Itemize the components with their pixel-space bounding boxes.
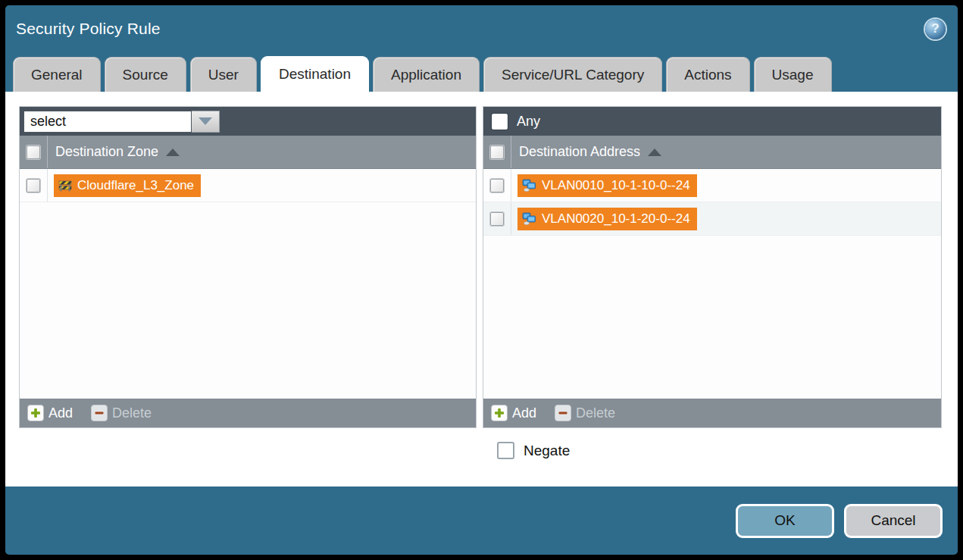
destination-zone-panel: Destination Zone bbox=[19, 106, 477, 428]
address-add-label: Add bbox=[512, 405, 536, 421]
destination-address-panel: Any Destination Address bbox=[483, 106, 942, 428]
address-row-checkbox-cell bbox=[483, 169, 511, 202]
address-list: VLAN0010_10-1-10-0--24 bbox=[483, 169, 941, 399]
ok-button[interactable]: OK bbox=[736, 504, 834, 538]
any-label: Any bbox=[517, 114, 540, 130]
address-select-all-cell bbox=[483, 136, 511, 168]
cancel-button[interactable]: Cancel bbox=[844, 504, 943, 538]
chevron-down-icon bbox=[199, 117, 212, 125]
delete-icon bbox=[555, 405, 571, 421]
zone-row-label: Cloudflare_L3_Zone bbox=[77, 178, 194, 193]
zone-select-all-cell bbox=[20, 136, 48, 168]
zone-chip[interactable]: Cloudflare_L3_Zone bbox=[54, 174, 201, 197]
address-delete-button[interactable]: Delete bbox=[555, 405, 615, 421]
zone-list: Cloudflare_L3_Zone bbox=[20, 169, 476, 399]
tabstrip: General Source User Destination Applicat… bbox=[5, 52, 958, 92]
zone-column-title[interactable]: Destination Zone bbox=[55, 144, 158, 160]
zone-select-bar bbox=[20, 107, 476, 136]
zone-column-header: Destination Zone bbox=[20, 136, 476, 169]
table-row[interactable]: Cloudflare_L3_Zone bbox=[20, 169, 476, 202]
zone-panel-footer: Add Delete bbox=[20, 399, 476, 427]
zone-add-button[interactable]: Add bbox=[27, 405, 73, 421]
address-row-checkbox[interactable] bbox=[490, 212, 504, 226]
address-column-header: Destination Address bbox=[483, 136, 941, 169]
table-row[interactable]: VLAN0010_10-1-10-0--24 bbox=[483, 169, 941, 202]
sort-ascending-icon[interactable] bbox=[166, 149, 180, 156]
tab-actions[interactable]: Actions bbox=[666, 57, 749, 92]
address-add-button[interactable]: Add bbox=[491, 405, 536, 421]
add-icon bbox=[491, 405, 508, 421]
address-row-checkbox[interactable] bbox=[490, 179, 504, 192]
address-panel-footer: Add Delete bbox=[483, 399, 941, 427]
zone-delete-button[interactable]: Delete bbox=[91, 405, 152, 421]
tab-application[interactable]: Application bbox=[373, 57, 480, 92]
tab-service-url-category[interactable]: Service/URL Category bbox=[483, 57, 662, 92]
negate-checkbox[interactable] bbox=[497, 442, 514, 459]
zone-row-checkbox[interactable] bbox=[27, 179, 40, 192]
address-select-all-checkbox[interactable] bbox=[490, 145, 504, 159]
tab-usage[interactable]: Usage bbox=[754, 57, 832, 92]
help-icon[interactable]: ? bbox=[925, 19, 946, 39]
dialog-footer: OK Cancel bbox=[5, 486, 958, 555]
address-icon bbox=[522, 179, 536, 192]
tab-general[interactable]: General bbox=[13, 57, 101, 92]
destination-tab-content: Destination Zone bbox=[5, 92, 958, 486]
address-column-title[interactable]: Destination Address bbox=[519, 144, 640, 160]
security-policy-rule-dialog: Security Policy Rule ? General Source Us… bbox=[5, 5, 958, 555]
address-row-label: VLAN0010_10-1-10-0--24 bbox=[542, 178, 690, 193]
zone-add-label: Add bbox=[48, 405, 73, 421]
address-icon bbox=[522, 212, 536, 225]
zone-delete-label: Delete bbox=[112, 405, 152, 421]
zone-row-checkbox-cell bbox=[20, 169, 48, 202]
sort-ascending-icon[interactable] bbox=[648, 149, 661, 156]
tab-destination[interactable]: Destination bbox=[261, 56, 369, 92]
table-row[interactable]: VLAN0020_10-1-20-0--24 bbox=[483, 202, 941, 236]
zone-icon bbox=[58, 180, 72, 192]
zone-select bbox=[23, 111, 220, 133]
negate-label: Negate bbox=[524, 443, 570, 459]
any-checkbox[interactable] bbox=[492, 114, 508, 130]
zone-select-all-checkbox[interactable] bbox=[27, 145, 40, 159]
negate-row: Negate bbox=[497, 442, 949, 459]
dialog-title: Security Policy Rule bbox=[16, 20, 925, 38]
address-row-label: VLAN0020_10-1-20-0--24 bbox=[542, 211, 690, 227]
delete-icon bbox=[91, 405, 108, 421]
address-chip[interactable]: VLAN0010_10-1-10-0--24 bbox=[517, 174, 697, 197]
address-any-bar: Any bbox=[483, 107, 941, 136]
zone-select-dropdown-button[interactable] bbox=[192, 111, 220, 133]
add-icon bbox=[27, 405, 44, 421]
titlebar: Security Policy Rule ? bbox=[5, 5, 958, 52]
tab-user[interactable]: User bbox=[190, 57, 257, 92]
address-delete-label: Delete bbox=[576, 405, 615, 421]
zone-select-input[interactable] bbox=[23, 111, 192, 133]
address-row-checkbox-cell bbox=[483, 202, 511, 235]
address-chip[interactable]: VLAN0020_10-1-20-0--24 bbox=[517, 208, 697, 230]
tab-source[interactable]: Source bbox=[105, 57, 186, 92]
